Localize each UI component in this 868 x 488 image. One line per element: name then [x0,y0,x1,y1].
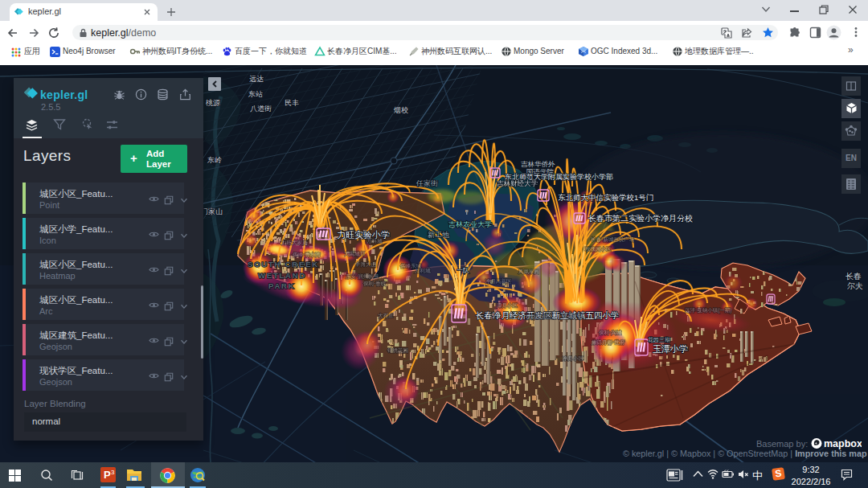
svg-text:东北师大中信实验学校1号门: 东北师大中信实验学校1号门 [558,193,653,202]
svg-text:东岭: 东岭 [207,156,222,164]
svg-text:长春: 长春 [845,272,862,281]
svg-text:桃源: 桃源 [205,99,220,107]
svg-text:伟峰东域: 伟峰东域 [400,263,422,269]
svg-text:玫瑰园小区: 玫瑰园小区 [585,246,612,252]
svg-text:任家街: 任家街 [416,179,438,187]
svg-text:远洋·戛纳小镇(一期): 远洋·戛纳小镇(一期) [685,307,732,314]
svg-text:SOUTH CREEK: SOUTH CREEK [248,260,319,269]
svg-text:康诗丹郡·世府: 康诗丹郡·世府 [592,339,625,346]
svg-text:吉林农业大学: 吉林农业大学 [448,220,492,228]
svg-text:烟校: 烟校 [393,106,408,114]
svg-text:玉潭小学: 玉潭小学 [653,344,688,354]
svg-text:八道街: 八道街 [250,105,272,113]
svg-text:门家山: 门家山 [201,207,223,215]
svg-text:伟峰·香水湾: 伟峰·香水湾 [293,252,321,258]
svg-text:锦绣花园: 锦绣花园 [387,347,408,354]
svg-text:PARK: PARK [268,281,295,290]
svg-text:保利·兴城: 保利·兴城 [599,330,622,336]
svg-text:东安·润州帆景: 东安·润州帆景 [346,273,379,280]
svg-text:长春市第二实验小学净月分校: 长春市第二实验小学净月分校 [588,214,693,223]
svg-text:凤凰家园: 凤凰家园 [518,269,539,274]
svg-text:一队: 一队 [457,267,469,274]
svg-text:樱花园小区: 樱花园小区 [526,314,552,320]
svg-text:净月高新区: 净月高新区 [485,278,512,285]
svg-text:长春·新城吾悦广场: 长春·新城吾悦广场 [591,236,634,243]
svg-text:民丰: 民丰 [285,99,299,107]
svg-text:远达: 远达 [249,75,264,83]
svg-text:力旺大家庭: 力旺大家庭 [281,240,308,245]
svg-text:万利城: 万利城 [415,268,431,273]
svg-text:东站: 东站 [248,90,263,98]
svg-text:宜达小区: 宜达小区 [563,313,584,318]
svg-text:mapbox: mapbox [824,438,862,449]
svg-text:万科城: 万科城 [366,238,383,244]
svg-text:吉林华侨外: 吉林华侨外 [521,160,555,168]
svg-text:新工地: 新工地 [428,231,449,239]
svg-text:花园三期: 花园三期 [648,337,670,343]
svg-text:潭月小区: 潭月小区 [497,302,518,309]
svg-text:中海大山: 中海大山 [355,261,377,268]
svg-text:吉林财经大学: 吉林财经大学 [497,179,538,187]
svg-text:保利·香槟: 保利·香槟 [363,281,387,287]
svg-text:尔夫: 尔夫 [847,281,863,290]
svg-text:净月小区: 净月小区 [563,355,584,362]
svg-text:大有庄: 大有庄 [378,313,394,318]
svg-text:WETLAND: WETLAND [258,271,306,280]
svg-text:大禹城邦: 大禹城邦 [344,251,366,256]
